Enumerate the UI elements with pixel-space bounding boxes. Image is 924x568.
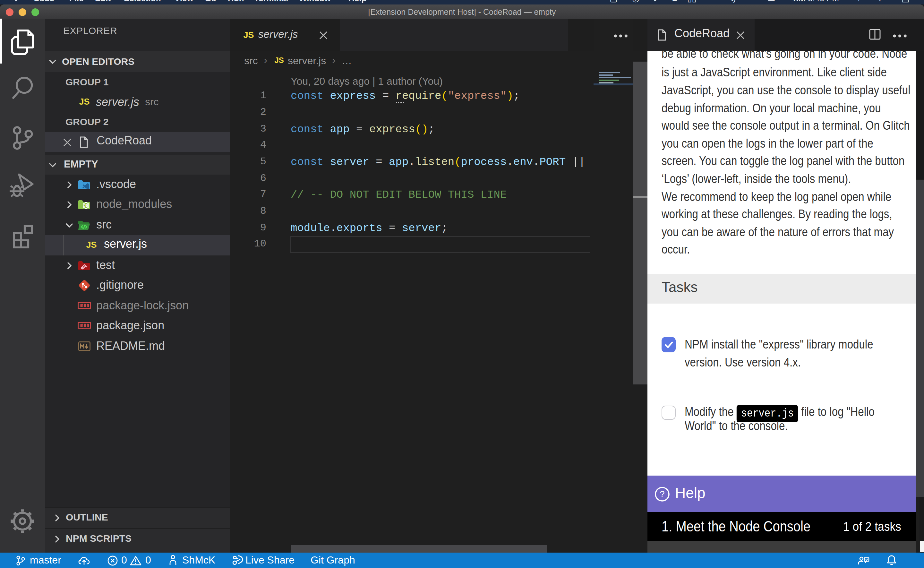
svg-text:?: ? — [660, 489, 665, 499]
svg-text:JS: JS — [83, 203, 88, 208]
